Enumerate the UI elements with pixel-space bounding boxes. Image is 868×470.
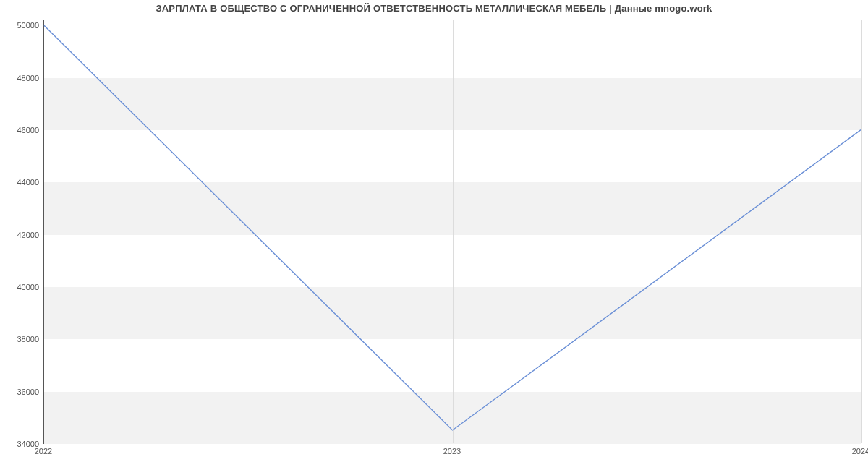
y-tick-label: 36000 xyxy=(3,388,39,396)
y-tick-label: 48000 xyxy=(3,74,39,82)
x-tick-label: 2023 xyxy=(430,447,474,456)
x-gridline xyxy=(861,20,862,443)
y-tick-label: 42000 xyxy=(3,231,39,239)
y-tick-label: 40000 xyxy=(3,283,39,291)
line-layer xyxy=(44,20,861,443)
y-tick-label: 38000 xyxy=(3,335,39,343)
x-tick-label: 2022 xyxy=(22,447,65,456)
y-tick-label: 46000 xyxy=(3,126,39,134)
series-line xyxy=(44,25,861,430)
x-tick-label: 2024 xyxy=(839,447,868,456)
chart-title: ЗАРПЛАТА В ОБЩЕСТВО С ОГРАНИЧЕННОЙ ОТВЕТ… xyxy=(0,3,868,14)
y-tick-label: 44000 xyxy=(3,178,39,187)
chart-container: ЗАРПЛАТА В ОБЩЕСТВО С ОГРАНИЧЕННОЙ ОТВЕТ… xyxy=(0,0,868,470)
plot-area xyxy=(43,20,861,444)
y-tick-label: 50000 xyxy=(3,21,39,30)
